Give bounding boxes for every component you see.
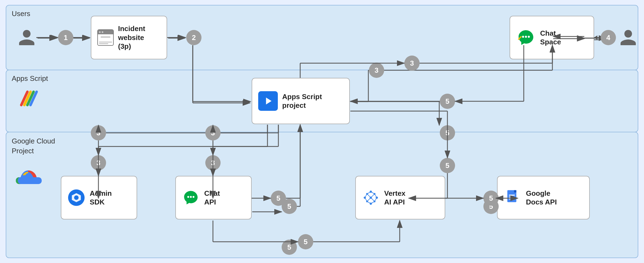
apps-script-project-label: Apps Scriptproject bbox=[282, 92, 322, 110]
google-docs-icon bbox=[504, 189, 522, 207]
svg-point-2 bbox=[525, 36, 527, 38]
chat-api-icon bbox=[182, 189, 200, 207]
user-person-right bbox=[619, 28, 638, 47]
svg-point-1 bbox=[522, 36, 524, 38]
svg-point-14 bbox=[187, 196, 189, 198]
chat-api-node: ChatAPI bbox=[175, 176, 252, 219]
users-label: Users bbox=[12, 9, 30, 19]
incident-website-icon bbox=[97, 29, 114, 46]
chat-space-label: ChatSpace bbox=[540, 29, 561, 47]
admin-sdk-node: AdminSDK bbox=[61, 176, 137, 219]
incident-website-label: Incidentwebsite(3p) bbox=[118, 24, 145, 51]
chat-api-label: ChatAPI bbox=[204, 189, 220, 207]
swimlane-gcp: Google CloudProject AdminSDK bbox=[6, 132, 638, 258]
diagram-container: Users 1 Inciden bbox=[6, 5, 638, 258]
gcp-label: Google CloudProject bbox=[12, 136, 55, 156]
gcp-logo bbox=[14, 168, 42, 191]
user-person-left bbox=[17, 28, 36, 47]
appsscript-logo bbox=[17, 86, 42, 111]
step-2-circle: 2 bbox=[186, 30, 201, 45]
swimlane-appsscript: Apps Script Apps Scriptproject bbox=[6, 70, 638, 132]
step-4-circle: 4 bbox=[601, 30, 616, 45]
vertex-ai-node: VertexAI API bbox=[355, 176, 445, 219]
apps-script-project-icon bbox=[258, 91, 278, 111]
svg-point-15 bbox=[190, 196, 192, 198]
svg-point-16 bbox=[192, 196, 194, 198]
svg-point-12 bbox=[74, 195, 79, 200]
admin-sdk-icon bbox=[67, 189, 85, 207]
vertex-ai-icon bbox=[362, 189, 380, 207]
svg-point-3 bbox=[528, 36, 530, 38]
chat-space-icon bbox=[516, 28, 536, 47]
google-docs-label: GoogleDocs API bbox=[526, 189, 557, 207]
google-docs-node: GoogleDocs API bbox=[497, 176, 590, 219]
svg-rect-43 bbox=[509, 195, 515, 195]
apps-script-project-node: Apps Scriptproject bbox=[252, 78, 350, 124]
vertex-ai-label: VertexAI API bbox=[384, 189, 405, 207]
swimlane-users: Users 1 Inciden bbox=[6, 5, 638, 70]
svg-rect-45 bbox=[509, 198, 513, 199]
svg-rect-44 bbox=[509, 197, 515, 197]
step-1-circle: 1 bbox=[58, 30, 73, 45]
appsscript-label: Apps Script bbox=[12, 74, 48, 83]
chat-space-node: ChatSpace bbox=[510, 16, 594, 59]
incident-website-node: Incidentwebsite(3p) bbox=[91, 16, 167, 59]
admin-sdk-label: AdminSDK bbox=[90, 189, 112, 207]
